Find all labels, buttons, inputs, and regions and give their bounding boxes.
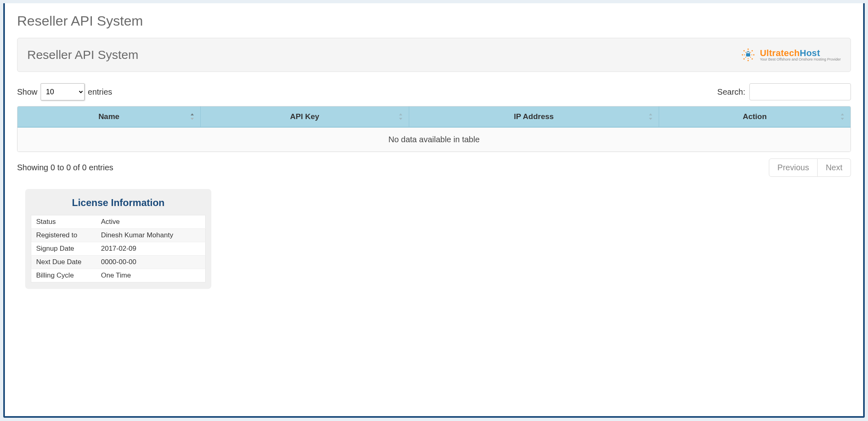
panel-title: Reseller API System bbox=[27, 48, 138, 62]
table-info: Showing 0 to 0 of 0 entries bbox=[17, 163, 113, 172]
entries-label: entries bbox=[88, 87, 112, 97]
length-control: Show 10 entries bbox=[17, 83, 112, 100]
svg-point-6 bbox=[752, 50, 753, 51]
search-input[interactable] bbox=[749, 83, 851, 100]
brand-logo: UltratechHost Your Best Offshore and Ons… bbox=[740, 46, 841, 63]
svg-point-2 bbox=[748, 60, 749, 61]
sort-asc-icon bbox=[189, 112, 195, 121]
pagination: Previous Next bbox=[769, 158, 851, 177]
table-controls: Show 10 entries Search: bbox=[17, 83, 851, 100]
length-select[interactable]: 10 bbox=[41, 83, 85, 100]
status-label: Status bbox=[31, 215, 96, 229]
sort-icon bbox=[647, 112, 654, 121]
status-value: Active bbox=[96, 215, 206, 229]
billing-value: One Time bbox=[96, 269, 206, 282]
brand-name-2: Host bbox=[800, 48, 820, 58]
table-row: Status Active bbox=[31, 215, 206, 229]
svg-point-12 bbox=[751, 54, 752, 55]
billing-label: Billing Cycle bbox=[31, 269, 96, 282]
page-title: Reseller API System bbox=[17, 13, 851, 29]
license-card: License Information Status Active Regist… bbox=[25, 189, 211, 289]
table-header-row: Name API Key IP Address bbox=[17, 106, 851, 128]
search-label: Search: bbox=[717, 87, 745, 97]
svg-rect-17 bbox=[746, 53, 750, 56]
svg-point-15 bbox=[745, 57, 746, 58]
signup-label: Signup Date bbox=[31, 242, 96, 256]
svg-point-3 bbox=[742, 54, 743, 55]
data-table: Name API Key IP Address bbox=[17, 106, 851, 152]
sort-icon bbox=[397, 112, 404, 121]
panel-header: Reseller API System bbox=[17, 38, 851, 72]
col-name[interactable]: Name bbox=[17, 106, 201, 128]
svg-point-10 bbox=[748, 58, 749, 59]
svg-point-1 bbox=[748, 49, 749, 50]
search-control: Search: bbox=[717, 83, 851, 100]
table-row: Registered to Dinesh Kumar Mohanty bbox=[31, 229, 206, 242]
svg-point-4 bbox=[753, 54, 754, 55]
empty-text: No data available in table bbox=[17, 128, 851, 152]
svg-point-5 bbox=[744, 50, 744, 51]
col-ip-address[interactable]: IP Address bbox=[409, 106, 659, 128]
svg-point-13 bbox=[745, 52, 746, 53]
table-row: Billing Cycle One Time bbox=[31, 269, 206, 282]
svg-point-7 bbox=[744, 59, 744, 59]
registered-value: Dinesh Kumar Mohanty bbox=[96, 229, 206, 242]
svg-point-16 bbox=[750, 57, 751, 58]
main-frame: Reseller API System Reseller API System bbox=[3, 3, 865, 418]
due-label: Next Due Date bbox=[31, 256, 96, 269]
brand-name-1: Ultratech bbox=[760, 48, 800, 58]
table-row: Signup Date 2017-02-09 bbox=[31, 242, 206, 256]
next-button[interactable]: Next bbox=[818, 158, 851, 177]
svg-point-8 bbox=[752, 59, 753, 59]
signup-value: 2017-02-09 bbox=[96, 242, 206, 256]
license-table: Status Active Registered to Dinesh Kumar… bbox=[31, 215, 206, 282]
sort-icon bbox=[839, 112, 846, 121]
svg-point-11 bbox=[744, 54, 745, 55]
brand-tagline: Your Best Offshore and Onshore Hosting P… bbox=[760, 58, 841, 61]
registered-label: Registered to bbox=[31, 229, 96, 242]
col-action[interactable]: Action bbox=[659, 106, 851, 128]
due-value: 0000-00-00 bbox=[96, 256, 206, 269]
table-empty-row: No data available in table bbox=[17, 128, 851, 152]
col-api-key[interactable]: API Key bbox=[201, 106, 409, 128]
table-footer: Showing 0 to 0 of 0 entries Previous Nex… bbox=[17, 158, 851, 177]
previous-button[interactable]: Previous bbox=[769, 158, 818, 177]
table-row: Next Due Date 0000-00-00 bbox=[31, 256, 206, 269]
show-label: Show bbox=[17, 87, 37, 97]
license-title: License Information bbox=[31, 197, 206, 208]
svg-point-14 bbox=[750, 52, 751, 53]
sun-icon bbox=[740, 46, 757, 63]
brand-text: UltratechHost Your Best Offshore and Ons… bbox=[760, 48, 841, 62]
